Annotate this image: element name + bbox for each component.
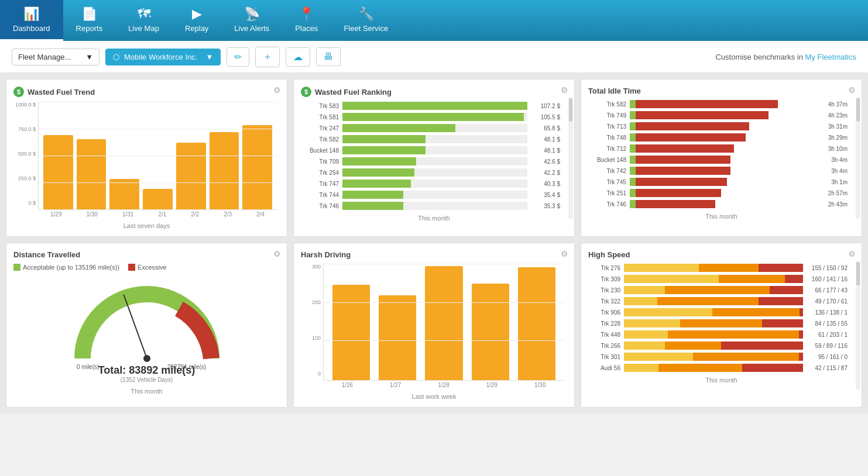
fuel-ranking-row: Trk 247 65.8 $ xyxy=(301,124,560,132)
speed-scrollbar-track[interactable] xyxy=(856,261,860,389)
nav-fleetservice[interactable]: 🔧 Fleet Service xyxy=(331,0,401,41)
idle-time-row: Trk 712 3h 10m xyxy=(588,144,848,153)
nav-reports[interactable]: 📄 Reports xyxy=(63,0,116,41)
idle-scrollbar-thumb[interactable] xyxy=(856,98,860,122)
high-speed-row: Trk 230 66 / 177 / 43 xyxy=(588,286,848,294)
high-speed-title: High Speed xyxy=(588,250,855,259)
nav-fleetservice-label: Fleet Service xyxy=(344,24,388,33)
gauge-subtitle: (1352 Vehicle Days) xyxy=(121,377,173,383)
nav-livemap-label: Live Map xyxy=(128,24,159,33)
fuel-ranking-row: Trk 583 107.2 $ xyxy=(301,102,560,110)
wasted-fuel-trend-widget: ⚙ $ Wasted Fuel Trend 1000.0 $ 750.0 $ 5… xyxy=(6,79,287,237)
harsh-driving-gear[interactable]: ⚙ xyxy=(561,249,568,258)
nav-livemap[interactable]: 🗺 Live Map xyxy=(115,0,172,41)
high-speed-row: Trk 228 84 / 135 / 55 xyxy=(588,319,848,327)
fuel-ranking-row: Trk 744 35.4 $ xyxy=(301,191,560,199)
legend-acceptable: Acceptable (up to 135196 mile(s)) xyxy=(13,264,119,271)
high-speed-widget: ⚙ High Speed Trk 276 155 / 150 / 92 Trk … xyxy=(581,243,862,408)
fuel-ranking-row: Trk 709 42.6 $ xyxy=(301,157,560,165)
upload-icon: ☁ xyxy=(293,51,303,63)
network-icon: ⬡ xyxy=(113,53,119,61)
nav-reports-label: Reports xyxy=(76,24,103,33)
fuel-ranking-row: Trk 582 48.1 $ xyxy=(301,135,560,143)
gauge-svg: 0 mile(s) 202794 mile(s) xyxy=(65,277,229,370)
nav-replay[interactable]: ▶ Replay xyxy=(172,0,221,41)
company-select[interactable]: ⬡ Mobile Workforce Inc. ▼ xyxy=(105,49,221,65)
nav-replay-label: Replay xyxy=(185,24,208,33)
idle-time-row: Trk 749 4h 23m xyxy=(588,111,848,119)
pencil-icon: ✏ xyxy=(234,51,242,63)
fuel-ranking-row: Trk 746 35.3 $ xyxy=(301,202,560,210)
distance-title: Distance Travelled xyxy=(13,250,280,259)
green-legend-dot xyxy=(13,264,20,271)
toolbar: Fleet Manage... ▼ ⬡ Mobile Workforce Inc… xyxy=(0,41,868,73)
idle-time-row: Trk 713 3h 31m xyxy=(588,122,848,130)
reports-icon: 📄 xyxy=(81,6,97,22)
wasted-fuel-ranking-gear[interactable]: ⚙ xyxy=(561,85,568,95)
fuel-ranking-row: Trk 747 40.3 $ xyxy=(301,180,560,188)
nav-bar: 📊 Dashboard 📄 Reports 🗺 Live Map ▶ Repla… xyxy=(0,0,401,41)
nav-livealerts[interactable]: 📡 Live Alerts xyxy=(221,0,282,41)
idle-time-row: Trk 742 3h 4m xyxy=(588,167,848,175)
add-button[interactable]: ＋ xyxy=(255,47,280,67)
distance-travelled-widget: ⚙ Distance Travelled Acceptable (up to 1… xyxy=(6,243,287,408)
high-speed-gear[interactable]: ⚙ xyxy=(848,249,856,258)
plus-icon: ＋ xyxy=(263,51,272,63)
group-chevron-icon: ▼ xyxy=(85,53,93,61)
wasted-fuel-ranking-footer: This month xyxy=(301,215,567,222)
livemap-icon: 🗺 xyxy=(138,6,150,22)
total-idle-time-title: Total Idle Time xyxy=(588,87,855,95)
total-idle-time-gear[interactable]: ⚙ xyxy=(848,85,856,95)
print-button[interactable]: 🖶 xyxy=(316,47,341,66)
total-idle-time-footer: This month xyxy=(588,213,855,220)
edit-button[interactable]: ✏ xyxy=(227,47,249,67)
company-chevron-icon: ▼ xyxy=(205,53,213,61)
idle-time-row: Trk 748 3h 29m xyxy=(588,133,848,142)
print-icon: 🖶 xyxy=(324,51,333,62)
nav-dashboard[interactable]: 📊 Dashboard xyxy=(0,0,63,41)
wasted-fuel-trend-title: $ Wasted Fuel Trend xyxy=(13,87,280,97)
high-speed-row: Trk 448 61 / 203 / 1 xyxy=(588,330,848,339)
dollar-icon-2: $ xyxy=(301,87,311,97)
idle-time-row: Trk 251 2h 57m xyxy=(588,189,848,197)
idle-time-row: Trk 745 3h 1m xyxy=(588,178,848,186)
wasted-fuel-trend-gear[interactable]: ⚙ xyxy=(273,85,281,95)
livealerts-icon: 📡 xyxy=(244,6,260,22)
fuel-ranking-row: Trk 581 105.5 $ xyxy=(301,113,560,121)
dashboard-icon: 📊 xyxy=(23,6,39,22)
gauge-container: 0 mile(s) 202794 mile(s) Total: 83892 mi… xyxy=(13,277,280,383)
main-nav: 📊 Dashboard 📄 Reports 🗺 Live Map ▶ Repla… xyxy=(0,0,868,41)
idle-time-row: Bucket 148 3h 4m xyxy=(588,156,848,164)
fuel-ranking-row: Bucket 148 48.1 $ xyxy=(301,146,560,154)
nav-places[interactable]: 📍 Places xyxy=(282,0,331,41)
high-speed-row: Trk 301 95 / 161 / 0 xyxy=(588,353,848,361)
high-speed-row: Trk 906 136 / 138 / 1 xyxy=(588,308,848,316)
group-select[interactable]: Fleet Manage... ▼ xyxy=(12,49,100,65)
gauge-total: Total: 83892 mile(s) xyxy=(98,364,195,377)
fuel-ranking-list: Trk 583 107.2 $ Trk 581 105.5 $ Trk 247 … xyxy=(301,102,560,210)
scrollbar-track[interactable] xyxy=(568,97,573,219)
high-speed-row: Trk 309 160 / 141 / 16 xyxy=(588,275,848,283)
dollar-icon: $ xyxy=(13,87,24,97)
upload-button[interactable]: ☁ xyxy=(286,47,310,67)
harsh-driving-widget: ⚙ Harsh Driving 300 200 100 0 1/261/271/… xyxy=(293,243,575,408)
scrollbar-thumb[interactable] xyxy=(569,98,572,122)
idle-time-list: Trk 582 4h 37m Trk 749 4h 23m Trk 713 3h… xyxy=(588,100,848,208)
speed-scrollbar-thumb[interactable] xyxy=(856,262,860,285)
places-icon: 📍 xyxy=(299,6,314,22)
total-idle-time-widget: ⚙ Total Idle Time Trk 582 4h 37m Trk 749… xyxy=(581,79,862,237)
my-fleetmatics-link[interactable]: My Fleetmatics xyxy=(805,53,856,61)
company-select-label: Mobile Workforce Inc. xyxy=(124,53,197,61)
red-legend-dot xyxy=(128,264,135,271)
harsh-driving-title: Harsh Driving xyxy=(301,250,567,259)
high-speed-row: Trk 322 49 / 170 / 61 xyxy=(588,297,848,305)
high-speed-row: Audi 56 42 / 115 / 87 xyxy=(588,364,848,372)
wasted-fuel-trend-footer: Last seven days xyxy=(13,222,280,229)
high-speed-list: Trk 276 155 / 150 / 92 Trk 309 160 / 141… xyxy=(588,264,848,372)
nav-dashboard-label: Dashboard xyxy=(13,24,50,33)
wasted-fuel-ranking-title: $ Wasted Fuel Ranking xyxy=(301,87,567,97)
idle-scrollbar-track[interactable] xyxy=(856,97,860,219)
high-speed-footer: This month xyxy=(588,377,855,384)
distance-gear[interactable]: ⚙ xyxy=(273,249,281,258)
group-select-label: Fleet Manage... xyxy=(18,53,71,61)
